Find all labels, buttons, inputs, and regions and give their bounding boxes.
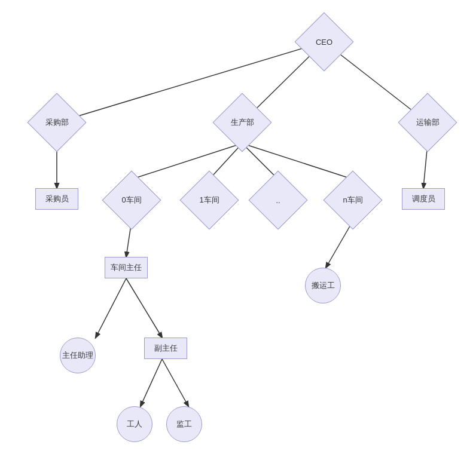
director-assistant-node: 主任助理	[60, 338, 96, 373]
svg-line-6	[242, 143, 278, 179]
transport-dept-node: 运输部	[407, 102, 448, 143]
workshop1-node: 1车间	[188, 179, 230, 221]
svg-line-12	[126, 278, 162, 338]
svg-line-7	[242, 143, 353, 179]
svg-line-11	[96, 278, 126, 338]
buyer-node: 采购员	[35, 188, 78, 210]
procurement-dept-node: 采购部	[36, 102, 78, 143]
svg-line-5	[209, 143, 242, 179]
supervisor-node: 监工	[166, 406, 202, 442]
worker-node: 工人	[117, 406, 152, 442]
dispatcher-node: 调度员	[402, 188, 445, 210]
workshop-dots-node: ..	[257, 179, 299, 221]
production-dept-node: 生产部	[221, 102, 263, 143]
workshop0-node: 0车间	[111, 179, 152, 221]
org-chart: CEO 采购部 生产部 运输部 采购员 0车间 1车间 .. n车间 调度员	[0, 0, 476, 460]
workshopN-node: n车间	[332, 179, 374, 221]
svg-line-10	[326, 221, 353, 268]
workshop-director-node: 车间主任	[105, 257, 148, 278]
svg-line-4	[132, 143, 242, 179]
svg-line-14	[162, 359, 188, 406]
porter-node: 搬运工	[305, 268, 341, 303]
svg-line-13	[141, 359, 162, 406]
ceo-node: CEO	[303, 21, 345, 63]
deputy-director-node: 副主任	[144, 338, 187, 359]
svg-line-0	[57, 42, 324, 122]
